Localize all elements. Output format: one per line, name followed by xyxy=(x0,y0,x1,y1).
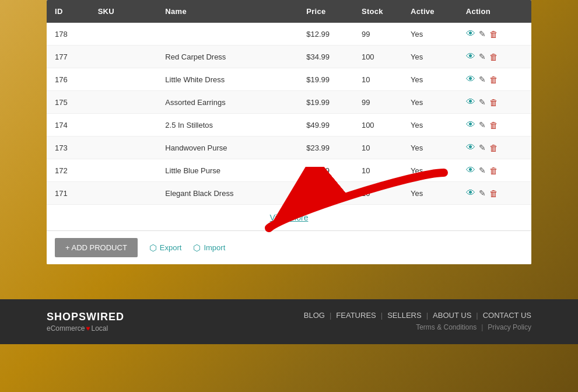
footer-nav: BLOG | FEATURES | SELLERS | ABOUT US | C… xyxy=(304,311,531,331)
delete-icon[interactable]: 🗑 xyxy=(489,75,498,85)
col-header-id: ID xyxy=(47,0,90,23)
cell-sku xyxy=(90,182,157,205)
cell-action: 👁 ✎ 🗑 xyxy=(458,182,531,205)
cell-stock: 99 xyxy=(353,23,402,46)
footer: SHOPSWIRED eCommerce ♥ Local BLOG | FEAT… xyxy=(0,299,578,344)
edit-icon[interactable]: ✎ xyxy=(479,166,486,175)
view-icon[interactable]: 👁 xyxy=(466,188,475,198)
export-label: Export xyxy=(160,243,182,252)
cell-sku xyxy=(90,23,157,46)
delete-icon[interactable]: 🗑 xyxy=(489,97,498,107)
view-icon[interactable]: 👁 xyxy=(466,74,475,85)
cell-price: $23.99 xyxy=(298,136,353,159)
cell-id: 178 xyxy=(47,23,90,46)
import-button[interactable]: ⬡ Import xyxy=(193,243,225,253)
view-icon[interactable]: 👁 xyxy=(466,120,475,130)
footer-brand: SHOPSWIRED eCommerce ♥ Local xyxy=(47,311,124,332)
cell-id: 173 xyxy=(47,136,90,159)
cell-stock: 10 xyxy=(353,182,402,205)
edit-icon[interactable]: ✎ xyxy=(479,120,486,130)
cell-price: $12.99 xyxy=(298,23,353,46)
footer-inner: SHOPSWIRED eCommerce ♥ Local BLOG | FEAT… xyxy=(47,311,531,332)
edit-icon[interactable]: ✎ xyxy=(479,188,486,198)
footer-terms-link[interactable]: Terms & Conditions xyxy=(416,323,477,331)
cell-sku xyxy=(90,136,157,159)
cell-id: 172 xyxy=(47,159,90,182)
footer-brand-tagline: eCommerce ♥ Local xyxy=(47,324,124,332)
col-header-stock: Stock xyxy=(353,0,402,23)
cell-stock: 99 xyxy=(353,91,402,114)
edit-icon[interactable]: ✎ xyxy=(479,97,486,107)
table-row: 175 Assorted Earrings $19.99 99 Yes 👁 ✎ … xyxy=(47,91,531,114)
table-row: 176 Little White Dress $19.99 10 Yes 👁 ✎… xyxy=(47,68,531,91)
cell-active: Yes xyxy=(402,136,458,159)
cell-id: 176 xyxy=(47,68,90,91)
cell-name: Handwoven Purse xyxy=(157,136,298,159)
add-product-button[interactable]: + ADD PRODUCT xyxy=(55,238,138,257)
delete-icon[interactable]: 🗑 xyxy=(489,166,498,176)
cell-id: 174 xyxy=(47,114,90,136)
cell-stock: 10 xyxy=(353,159,402,182)
cell-active: Yes xyxy=(402,68,458,91)
cell-price: $54.99 xyxy=(298,182,353,205)
delete-icon[interactable]: 🗑 xyxy=(489,188,498,198)
products-table: ID SKU Name Price Stock Active Action 17… xyxy=(47,0,531,230)
table-header-row: ID SKU Name Price Stock Active Action xyxy=(47,0,531,23)
edit-icon[interactable]: ✎ xyxy=(479,29,486,38)
delete-icon[interactable]: 🗑 xyxy=(489,120,498,130)
cell-price: $19.99 xyxy=(298,91,353,114)
cell-stock: 100 xyxy=(353,114,402,136)
cell-action: 👁 ✎ 🗑 xyxy=(458,136,531,159)
cell-active: Yes xyxy=(402,46,458,68)
cell-name: 2.5 In Stilletos xyxy=(157,114,298,136)
export-button[interactable]: ⬡ Export xyxy=(149,243,182,253)
view-icon[interactable]: 👁 xyxy=(466,97,475,107)
col-header-action: Action xyxy=(458,0,531,23)
cell-sku xyxy=(90,68,157,91)
table-row: 171 Elegant Black Dress $54.99 10 Yes 👁 … xyxy=(47,182,531,205)
cell-sku xyxy=(90,91,157,114)
cell-active: Yes xyxy=(402,182,458,205)
cell-id: 171 xyxy=(47,182,90,205)
footer-link-sellers[interactable]: SELLERS xyxy=(387,311,422,320)
cell-sku xyxy=(90,46,157,68)
col-header-name: Name xyxy=(157,0,298,23)
cell-sku xyxy=(90,159,157,182)
col-header-sku: SKU xyxy=(90,0,157,23)
delete-icon[interactable]: 🗑 xyxy=(489,143,498,153)
footer-nav-links: BLOG | FEATURES | SELLERS | ABOUT US | C… xyxy=(304,311,531,320)
cell-id: 175 xyxy=(47,91,90,114)
products-table-container: ID SKU Name Price Stock Active Action 17… xyxy=(47,0,531,264)
cell-stock: 10 xyxy=(353,136,402,159)
footer-link-about[interactable]: ABOUT US xyxy=(433,311,471,320)
view-icon[interactable]: 👁 xyxy=(466,142,475,153)
cell-price: $49.99 xyxy=(298,114,353,136)
view-icon[interactable]: 👁 xyxy=(466,29,475,39)
footer-privacy-link[interactable]: Privacy Policy xyxy=(488,323,531,331)
footer-sep-2: | xyxy=(381,311,383,320)
footer-link-features[interactable]: FEATURES xyxy=(336,311,376,320)
footer-legal-sep: | xyxy=(481,323,483,331)
view-more-link[interactable]: View More xyxy=(270,213,309,222)
delete-icon[interactable]: 🗑 xyxy=(489,52,498,62)
cell-active: Yes xyxy=(402,91,458,114)
import-label: Import xyxy=(204,243,225,252)
cell-stock: 10 xyxy=(353,68,402,91)
view-icon[interactable]: 👁 xyxy=(466,165,475,176)
footer-legal: Terms & Conditions | Privacy Policy xyxy=(416,323,531,331)
footer-link-contact[interactable]: CONTACT US xyxy=(483,311,531,320)
view-more-row: View More xyxy=(47,205,531,231)
edit-icon[interactable]: ✎ xyxy=(479,52,486,61)
edit-icon[interactable]: ✎ xyxy=(479,143,486,152)
edit-icon[interactable]: ✎ xyxy=(479,75,486,84)
footer-sep-3: | xyxy=(426,311,428,320)
table-row: 178 $12.99 99 Yes 👁 ✎ 🗑 xyxy=(47,23,531,46)
bottom-toolbar: + ADD PRODUCT ⬡ Export ⬡ Import xyxy=(47,230,531,264)
cell-id: 177 xyxy=(47,46,90,68)
footer-link-blog[interactable]: BLOG xyxy=(304,311,325,320)
view-icon[interactable]: 👁 xyxy=(466,51,475,62)
main-content: ID SKU Name Price Stock Active Action 17… xyxy=(0,0,578,264)
delete-icon[interactable]: 🗑 xyxy=(489,29,498,39)
cell-name: Elegant Black Dress xyxy=(157,182,298,205)
col-header-price: Price xyxy=(298,0,353,23)
